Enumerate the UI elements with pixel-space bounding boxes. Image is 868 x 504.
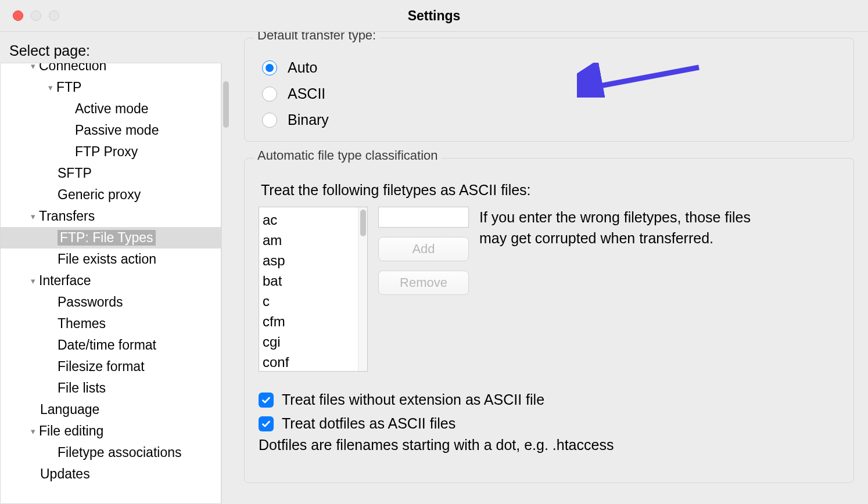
tree-item-label: FTP Proxy	[75, 144, 138, 159]
classification-caption: Automatic file type classification	[254, 148, 442, 163]
tree-item[interactable]: ▾Interface	[1, 270, 221, 291]
tree-item-label: Themes	[58, 316, 106, 331]
cb-noext-label: Treat files without extension as ASCII f…	[282, 391, 544, 408]
checkbox-no-extension[interactable]	[259, 393, 274, 408]
tree-item-label: Active mode	[75, 101, 149, 116]
tree-item[interactable]: FTP: File Types	[1, 227, 221, 249]
tree-item[interactable]: ▾File editing	[1, 420, 221, 442]
page-tree[interactable]: ▾Connection▾FTPActive modePassive modeFT…	[0, 63, 221, 504]
radio-auto-row[interactable]: Auto	[262, 59, 840, 76]
tree-item-label: Generic proxy	[58, 187, 141, 202]
filetype-item[interactable]: conf	[263, 352, 354, 371]
filetype-hint: If you enter the wrong filetypes, those …	[479, 207, 781, 372]
tree-item[interactable]: Active mode	[1, 98, 221, 120]
dotfiles-note: Dotfiles are filenames starting with a d…	[259, 437, 840, 453]
tree-item-label: Filesize format	[58, 359, 145, 374]
tree-item[interactable]: Passive mode	[1, 120, 221, 141]
filetypes-listbox[interactable]: acamaspbatccfmcgiconf	[259, 207, 368, 372]
tree-item[interactable]: File lists	[1, 377, 221, 399]
sidebar-scrollbar[interactable]	[221, 63, 229, 504]
sidebar: Select page: ▾Connection▾FTPActive modeP…	[0, 32, 230, 504]
classification-group: Automatic file type classification Treat…	[244, 158, 854, 483]
tree-item-label: File lists	[58, 380, 106, 395]
tree-item[interactable]: Date/time format	[1, 334, 221, 356]
main-pane: Default transfer type: Auto ASCII Binary	[230, 32, 868, 504]
cb-dotfiles-label: Treat dotfiles as ASCII files	[282, 415, 455, 432]
tree-item[interactable]: ▾Transfers	[1, 206, 221, 227]
radio-binary[interactable]	[262, 113, 277, 128]
tree-item-label: FTP: File Types	[60, 230, 153, 245]
radio-ascii-row[interactable]: ASCII	[262, 85, 840, 102]
tree-item-label: Updates	[40, 466, 90, 481]
chevron-down-icon[interactable]: ▾	[27, 63, 39, 71]
filetype-item[interactable]: asp	[263, 250, 354, 271]
radio-ascii-label: ASCII	[288, 85, 325, 102]
tree-item-label: FTP	[56, 80, 81, 95]
filetype-item[interactable]: am	[263, 230, 354, 250]
tree-item-label: Transfers	[39, 208, 95, 224]
window-controls	[13, 10, 59, 21]
chevron-down-icon[interactable]: ▾	[27, 211, 39, 222]
listbox-scrollbar[interactable]	[358, 207, 367, 371]
tree-item-label: Filetype associations	[58, 445, 182, 460]
remove-button[interactable]: Remove	[378, 271, 469, 295]
radio-binary-row[interactable]: Binary	[262, 111, 840, 128]
tree-item[interactable]: FTP Proxy	[1, 141, 221, 163]
transfer-type-caption: Default transfer type:	[254, 32, 379, 43]
tree-item[interactable]: Filesize format	[1, 356, 221, 377]
tree-item-label: Passwords	[58, 294, 123, 309]
sidebar-label: Select page:	[0, 32, 229, 63]
tree-item-label: Connection	[39, 63, 106, 73]
transfer-type-group: Default transfer type: Auto ASCII Binary	[244, 38, 854, 142]
tree-item-label: Interface	[39, 273, 91, 288]
filetype-item[interactable]: ac	[263, 210, 354, 230]
tree-item[interactable]: SFTP	[1, 163, 221, 184]
tree-item-label: SFTP	[58, 165, 92, 181]
filetype-item[interactable]: bat	[263, 271, 354, 291]
tree-item[interactable]: Language	[1, 399, 221, 420]
settings-window: Settings Select page: ▾Connection▾FTPAct…	[0, 0, 868, 504]
filetype-input[interactable]	[378, 207, 469, 228]
tree-item-label: File editing	[39, 423, 103, 438]
tree-item-label: Date/time format	[58, 337, 156, 352]
tree-item[interactable]: ▾Connection	[1, 63, 221, 77]
radio-auto[interactable]	[262, 60, 277, 75]
chevron-down-icon[interactable]: ▾	[45, 82, 56, 93]
titlebar: Settings	[0, 0, 868, 32]
tree-item[interactable]: File exists action	[1, 249, 221, 270]
window-title: Settings	[408, 8, 461, 24]
close-window-button[interactable]	[13, 10, 23, 21]
body: Select page: ▾Connection▾FTPActive modeP…	[0, 32, 868, 504]
cb-noext-row[interactable]: Treat files without extension as ASCII f…	[259, 391, 840, 408]
filetype-item[interactable]: c	[263, 291, 354, 311]
tree-item-label: Language	[40, 402, 99, 417]
tree-item[interactable]: Filetype associations	[1, 442, 221, 463]
tree-item[interactable]: Generic proxy	[1, 184, 221, 206]
radio-auto-label: Auto	[288, 59, 317, 76]
listbox-scroll-thumb[interactable]	[360, 210, 366, 236]
zoom-window-button[interactable]	[49, 10, 59, 21]
checkbox-dotfiles[interactable]	[259, 416, 274, 431]
tree-item[interactable]: Updates	[1, 463, 221, 485]
classification-prompt: Treat the following filetypes as ASCII f…	[261, 182, 840, 199]
tree-item-label: File exists action	[58, 251, 156, 267]
sidebar-scroll-thumb[interactable]	[223, 81, 229, 128]
tree-item[interactable]: Themes	[1, 313, 221, 334]
minimize-window-button[interactable]	[31, 10, 41, 21]
add-button[interactable]: Add	[378, 237, 469, 261]
filetype-button-column: Add Remove	[378, 207, 469, 372]
chevron-down-icon[interactable]: ▾	[27, 426, 39, 437]
tree-item[interactable]: ▾FTP	[1, 77, 221, 98]
filetypes-row: acamaspbatccfmcgiconf Add Remove If you …	[259, 207, 840, 372]
filetype-item[interactable]: cfm	[263, 311, 354, 332]
chevron-down-icon[interactable]: ▾	[27, 276, 39, 286]
radio-ascii[interactable]	[262, 87, 277, 102]
tree-item-label: Passive mode	[75, 123, 159, 138]
tree-item[interactable]: Passwords	[1, 291, 221, 313]
cb-dotfiles-row[interactable]: Treat dotfiles as ASCII files	[259, 415, 840, 432]
filetype-item[interactable]: cgi	[263, 332, 354, 352]
radio-binary-label: Binary	[288, 111, 329, 128]
